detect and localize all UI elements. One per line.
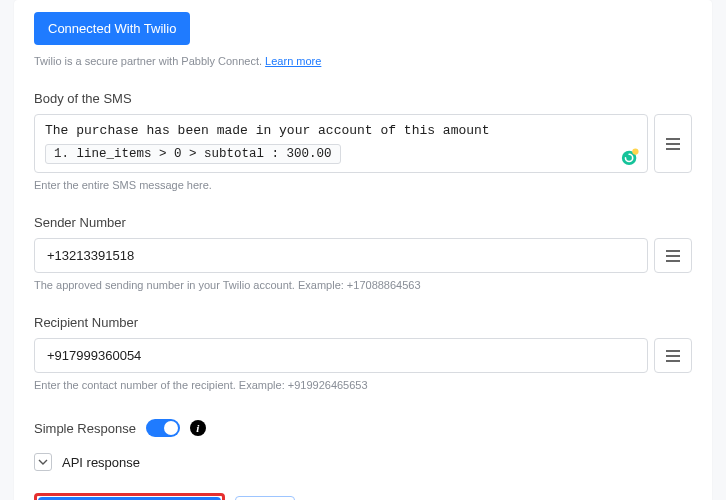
simple-response-label: Simple Response: [34, 421, 136, 436]
recipient-menu-button[interactable]: [654, 338, 692, 373]
sender-section: Sender Number The approved sending numbe…: [34, 215, 692, 291]
api-response-expand[interactable]: API response: [34, 453, 692, 471]
sms-body-field[interactable]: The purchase has been made in your accou…: [34, 114, 648, 173]
sms-body-help: Enter the entire SMS message here.: [34, 179, 692, 191]
sms-body-section: Body of the SMS The purchase has been ma…: [34, 91, 692, 191]
simple-response-toggle[interactable]: [146, 419, 180, 437]
primary-button-highlight: Save & Send Test Request: [34, 493, 225, 500]
recipient-label: Recipient Number: [34, 315, 692, 330]
sms-body-text: The purchase has been made in your accou…: [45, 123, 637, 138]
api-response-label: API response: [62, 455, 140, 470]
info-icon[interactable]: i: [190, 420, 206, 436]
sender-menu-button[interactable]: [654, 238, 692, 273]
recipient-number-input[interactable]: [34, 338, 648, 373]
variable-chip[interactable]: 1. line_items > 0 > subtotal : 300.00: [45, 144, 341, 164]
sms-body-menu-button[interactable]: [654, 114, 692, 173]
partner-info-text: Twilio is a secure partner with Pabbly C…: [34, 55, 692, 67]
hamburger-icon: [665, 250, 681, 262]
hamburger-icon: [665, 350, 681, 362]
learn-more-link[interactable]: Learn more: [265, 55, 321, 67]
recipient-help: Enter the contact number of the recipien…: [34, 379, 692, 391]
simple-response-row: Simple Response i: [34, 419, 692, 437]
sender-number-input[interactable]: [34, 238, 648, 273]
hamburger-icon: [665, 138, 681, 150]
sms-body-label: Body of the SMS: [34, 91, 692, 106]
chevron-down-icon: [34, 453, 52, 471]
svg-point-1: [632, 148, 638, 154]
sender-help: The approved sending number in your Twil…: [34, 279, 692, 291]
grammarly-icon: [621, 148, 639, 166]
recipient-section: Recipient Number Enter the contact numbe…: [34, 315, 692, 391]
connected-twilio-button[interactable]: Connected With Twilio: [34, 12, 190, 45]
form-card: Connected With Twilio Twilio is a secure…: [14, 0, 712, 500]
sender-label: Sender Number: [34, 215, 692, 230]
action-row: Save & Send Test Request Save: [34, 493, 692, 500]
save-button[interactable]: Save: [235, 496, 295, 500]
